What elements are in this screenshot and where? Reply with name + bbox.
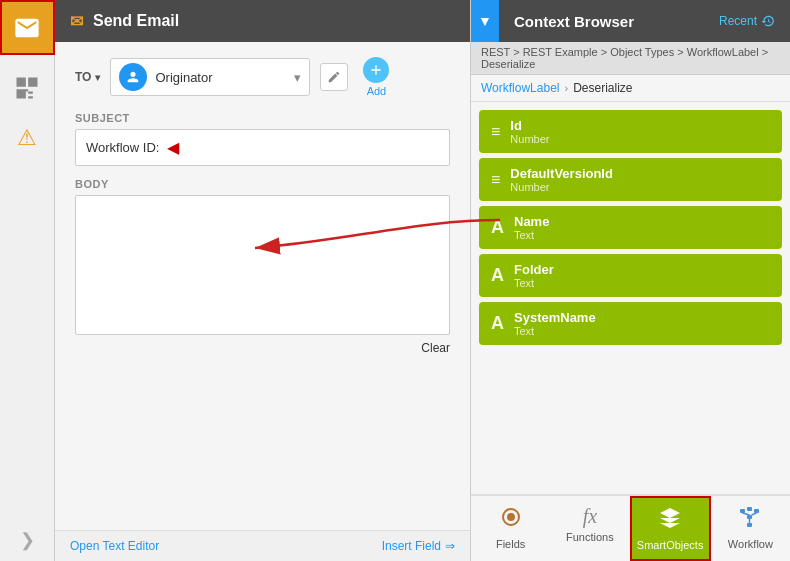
context-item-name[interactable]: A Name Text [479, 206, 782, 249]
breadcrumb-deserialize: Deserialize [573, 81, 632, 95]
context-item-id[interactable]: ≡ Id Number [479, 110, 782, 153]
functions-tab-label: Functions [566, 531, 614, 543]
breadcrumb-workflowlabel[interactable]: WorkflowLabel [481, 81, 559, 95]
functions-tab-icon: fx [583, 505, 597, 528]
sidebar-nav-arrow[interactable]: ❯ [20, 529, 35, 561]
bottom-tabs: Fields fx Functions SmartObjects [471, 494, 790, 561]
add-button[interactable]: Add [363, 57, 389, 97]
svg-point-1 [507, 513, 515, 521]
tab-functions[interactable]: fx Functions [550, 496, 629, 561]
subject-arrow-indicator: ◀ [167, 138, 179, 157]
body-textarea[interactable] [75, 195, 450, 335]
context-item-folder[interactable]: A Folder Text [479, 254, 782, 297]
open-text-editor-link[interactable]: Open Text Editor [70, 539, 159, 553]
left-sidebar: ⚠ ❯ [0, 0, 55, 561]
originator-box[interactable]: Originator ▾ [110, 58, 310, 96]
originator-avatar [119, 63, 147, 91]
subject-input[interactable]: Workflow ID: ◀ [75, 129, 450, 166]
right-panel: ▼ Context Browser Recent REST > REST Exa… [470, 0, 790, 561]
systemname-icon: A [491, 313, 504, 334]
svg-rect-3 [747, 507, 752, 511]
fields-tab-label: Fields [496, 538, 525, 550]
smartobjects-tab-icon [658, 506, 682, 536]
svg-line-7 [743, 513, 750, 515]
id-icon: ≡ [491, 123, 500, 141]
context-header: Context Browser Recent [499, 0, 790, 42]
svg-rect-5 [747, 515, 752, 519]
header-email-icon: ✉ [70, 12, 83, 31]
workflow-tab-icon [738, 505, 762, 535]
fields-tab-icon [499, 505, 523, 535]
workflow-tab-label: Workflow [728, 538, 773, 550]
context-item-defaultversionid[interactable]: ≡ DefaultVersionId Number [479, 158, 782, 201]
body-label: BODY [75, 178, 450, 190]
sidebar-warning-icon: ⚠ [17, 125, 37, 151]
svg-rect-4 [754, 509, 759, 513]
clear-button[interactable]: Clear [421, 341, 450, 355]
header-title: Send Email [93, 12, 179, 30]
svg-rect-6 [747, 523, 752, 527]
tab-fields[interactable]: Fields [471, 496, 550, 561]
folder-icon: A [491, 265, 504, 286]
context-items-list: ≡ Id Number ≡ DefaultVersionId Number A … [471, 102, 790, 494]
originator-edit-button[interactable] [320, 63, 348, 91]
body-actions: Clear [75, 341, 450, 355]
insert-field-link[interactable]: Insert Field ⇒ [382, 539, 455, 553]
subject-value: Workflow ID: [86, 140, 159, 155]
to-dropdown-arrow[interactable]: ▾ [95, 72, 100, 83]
subject-label: SUBJECT [75, 112, 450, 124]
sidebar-layout-icon[interactable] [0, 60, 55, 115]
recent-button[interactable]: Recent [719, 14, 775, 28]
to-row: TO ▾ Originator ▾ [75, 57, 450, 97]
send-email-header: ✉ Send Email [55, 0, 470, 42]
tab-workflow[interactable]: Workflow [711, 496, 790, 561]
footer-bar: Open Text Editor Insert Field ⇒ [55, 530, 470, 561]
add-circle [363, 57, 389, 83]
sidebar-email-icon[interactable] [0, 0, 55, 55]
svg-line-8 [752, 513, 757, 515]
breadcrumb-nav: WorkflowLabel › Deserialize [471, 75, 790, 102]
originator-dropdown-arrow[interactable]: ▾ [294, 70, 301, 85]
defaultversionid-icon: ≡ [491, 171, 500, 189]
to-label: TO ▾ [75, 70, 100, 84]
tab-smartobjects[interactable]: SmartObjects [630, 496, 711, 561]
add-label: Add [367, 85, 387, 97]
context-title: Context Browser [514, 13, 634, 30]
svg-rect-2 [740, 509, 745, 513]
breadcrumb-full: REST > REST Example > Object Types > Wor… [471, 42, 790, 75]
name-icon: A [491, 217, 504, 238]
context-header-wrapper: ▼ Context Browser Recent [471, 0, 790, 42]
originator-label: Originator [155, 70, 286, 85]
smartobjects-tab-label: SmartObjects [637, 539, 704, 551]
center-content: ✉ Send Email TO ▾ Originator ▾ [55, 0, 470, 561]
context-item-systemname[interactable]: A SystemName Text [479, 302, 782, 345]
context-collapse-button[interactable]: ▼ [471, 0, 499, 42]
form-area: TO ▾ Originator ▾ [55, 42, 470, 530]
